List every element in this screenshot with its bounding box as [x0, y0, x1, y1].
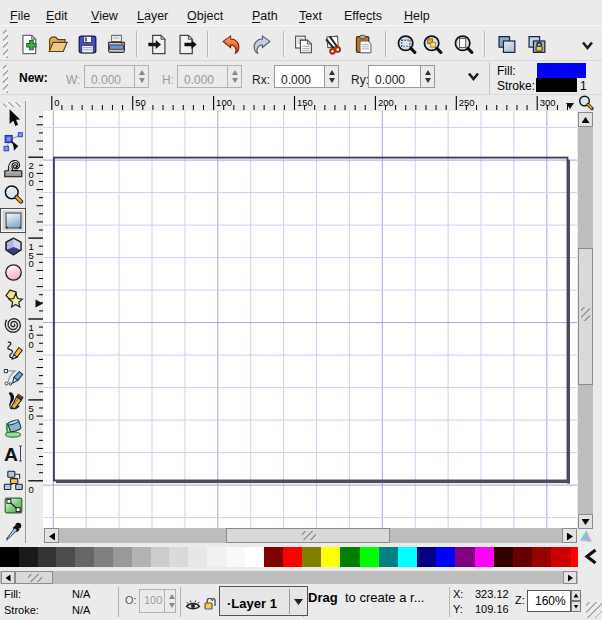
svg-text:A: A	[3, 444, 17, 465]
svg-text:0: 0	[29, 411, 34, 422]
svg-text:50: 50	[135, 97, 146, 108]
svg-text:0: 0	[29, 339, 34, 350]
svg-text:0: 0	[29, 258, 34, 269]
svg-text:0: 0	[29, 177, 34, 188]
svg-text:0: 0	[54, 97, 59, 108]
svg-text:0: 0	[29, 484, 34, 495]
